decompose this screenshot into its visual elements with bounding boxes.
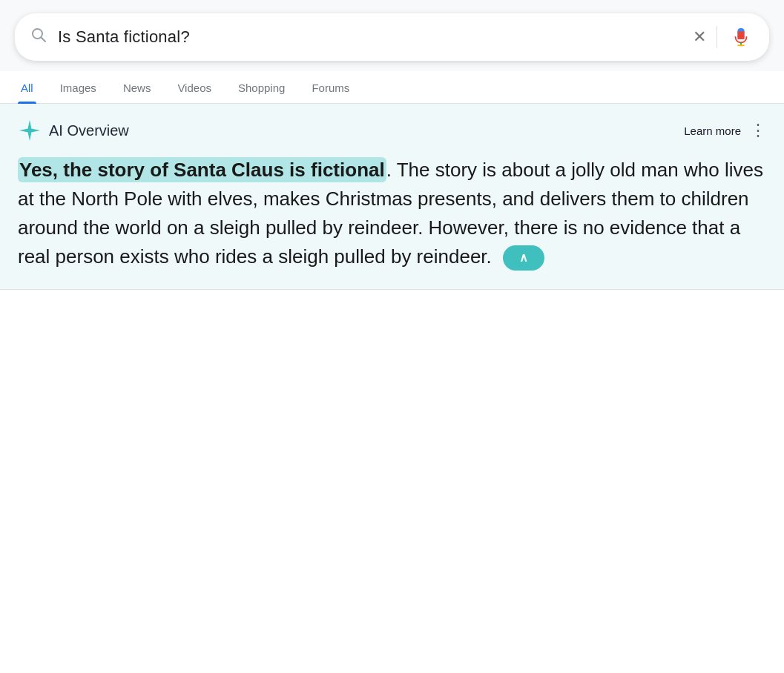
ai-overview-content: Yes, the story of Santa Claus is fiction… — [18, 156, 766, 271]
ai-overview-left: AI Overview — [18, 119, 129, 142]
collapse-button[interactable]: ∧ — [503, 245, 544, 271]
more-options-icon[interactable]: ⋮ — [750, 121, 766, 140]
svg-line-1 — [42, 38, 46, 42]
search-divider — [717, 26, 717, 48]
ai-overview-section: AI Overview Learn more ⋮ Yes, the story … — [0, 104, 784, 290]
clear-search-button[interactable]: ✕ — [693, 27, 706, 47]
tab-videos[interactable]: Videos — [174, 71, 214, 103]
ai-overview-header: AI Overview Learn more ⋮ — [18, 119, 766, 142]
ai-overview-title: AI Overview — [49, 122, 129, 139]
microphone-icon[interactable] — [728, 24, 754, 50]
svg-rect-6 — [738, 35, 745, 39]
tab-all[interactable]: All — [18, 71, 36, 103]
search-bar: Is Santa fictional? ✕ — [15, 13, 769, 61]
tab-images[interactable]: Images — [57, 71, 99, 103]
collapse-arrow-icon: ∧ — [519, 249, 528, 267]
tab-forums[interactable]: Forums — [309, 71, 352, 103]
search-query-text[interactable]: Is Santa fictional? — [58, 27, 682, 47]
ai-highlight-text: Yes, the story of Santa Claus is fiction… — [18, 157, 386, 182]
tab-news[interactable]: News — [120, 71, 154, 103]
search-icon — [30, 26, 47, 48]
search-tabs: All Images News Videos Shopping Forums — [0, 71, 784, 104]
learn-more-link[interactable]: Learn more — [684, 125, 741, 137]
search-bar-container: Is Santa fictional? ✕ — [0, 0, 784, 71]
tab-shopping[interactable]: Shopping — [235, 71, 288, 103]
ai-overview-right: Learn more ⋮ — [684, 121, 766, 140]
sparkle-icon — [18, 119, 42, 142]
